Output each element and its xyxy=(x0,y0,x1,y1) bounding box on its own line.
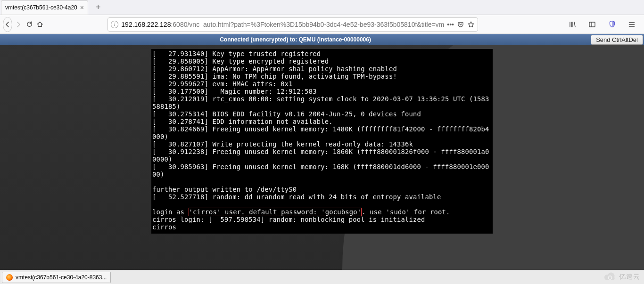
tab-strip: vmtest(c367b561-ce30-4a20 × + xyxy=(0,0,644,15)
site-info-button[interactable]: i xyxy=(111,21,118,28)
menu-button[interactable] xyxy=(624,17,639,32)
arrow-right-icon xyxy=(15,21,22,28)
url-text: 192.168.222.128:6080/vnc_auto.html?path=… xyxy=(121,21,444,28)
terminal-post: cirros login: [ 597.598534] random: nonb… xyxy=(152,216,425,231)
arrow-left-icon xyxy=(4,21,11,28)
login-text-prefix: login as xyxy=(152,208,189,216)
login-highlight: 'cirros' user. default password: 'gocubs… xyxy=(189,208,362,216)
sidebar-icon xyxy=(588,21,596,28)
sidebar-button[interactable] xyxy=(585,17,600,32)
reload-icon xyxy=(26,21,33,28)
new-tab-button[interactable]: + xyxy=(93,2,104,12)
close-icon[interactable]: × xyxy=(80,4,84,11)
send-ctrlaltdel-button[interactable]: Send CtrlAltDel xyxy=(591,35,643,45)
library-icon xyxy=(569,21,576,28)
protection-button[interactable] xyxy=(604,17,619,32)
taskbar-item[interactable]: vmtest(c367b561-ce30-4a20-8363... xyxy=(2,272,111,283)
bookmark-icon[interactable] xyxy=(467,21,475,28)
terminal-output: [ 27.931340] Key type trusted registered… xyxy=(152,50,489,201)
library-button[interactable] xyxy=(565,17,580,32)
home-button[interactable] xyxy=(35,17,44,32)
forward-button xyxy=(14,17,23,32)
shield-icon xyxy=(608,20,616,28)
reload-button[interactable] xyxy=(25,17,34,32)
toolbar-right xyxy=(565,17,639,32)
back-button[interactable] xyxy=(3,17,12,32)
vnc-viewport: Connected (unencrypted) to: QEMU (instan… xyxy=(0,34,644,270)
hamburger-icon xyxy=(628,21,636,28)
page-actions-icon[interactable]: ••• xyxy=(447,21,454,28)
browser-tab[interactable]: vmtest(c367b561-ce30-4a20 × xyxy=(1,0,88,15)
home-icon xyxy=(36,21,43,28)
terminal-console[interactable]: [ 27.931340] Key type trusted registered… xyxy=(151,49,493,234)
vnc-status-bar: Connected (unencrypted) to: QEMU (instan… xyxy=(0,34,644,45)
status-text: Connected (unencrypted) to: QEMU (instan… xyxy=(0,36,591,43)
svg-rect-0 xyxy=(589,22,595,27)
os-taskbar: vmtest(c367b561-ce30-4a20-8363... xyxy=(0,270,644,284)
browser-toolbar: i 192.168.222.128:6080/vnc_auto.html?pat… xyxy=(0,15,644,34)
pocket-icon[interactable] xyxy=(457,21,464,28)
firefox-icon xyxy=(6,274,13,281)
tab-title: vmtest(c367b561-ce30-4a20 xyxy=(5,4,77,11)
taskbar-item-title: vmtest(c367b561-ce30-4a20-8363... xyxy=(16,274,107,281)
url-bar[interactable]: i 192.168.222.128:6080/vnc_auto.html?pat… xyxy=(107,17,478,32)
login-text-suffix: . use 'sudo' for root. xyxy=(362,208,450,216)
